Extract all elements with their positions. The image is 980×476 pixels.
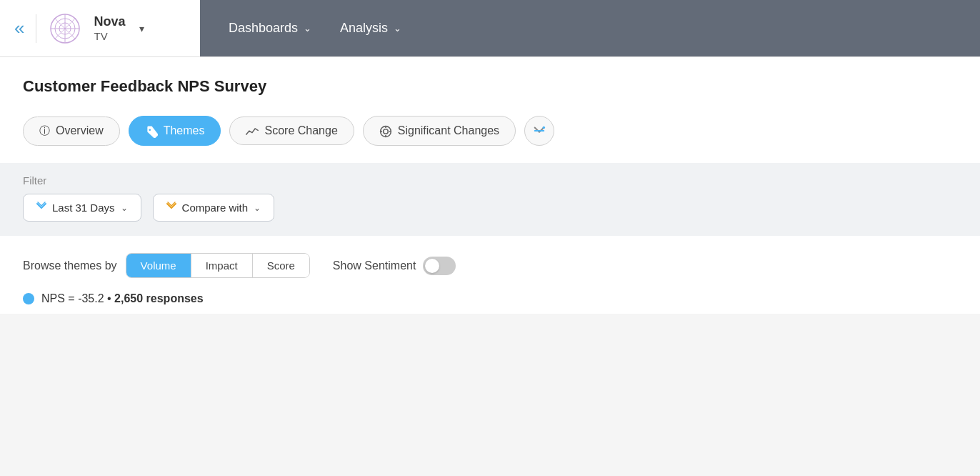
- last-31-days-label: Last 31 Days: [52, 202, 115, 214]
- filter-label: Filter: [23, 174, 957, 187]
- browse-tab-impact[interactable]: Impact: [191, 254, 253, 277]
- tab-overview-label: Overview: [56, 124, 104, 137]
- nps-responses: 2,650 responses: [114, 292, 204, 304]
- filter-blue-icon: [36, 201, 46, 214]
- brand-info: Nova TV: [94, 14, 125, 42]
- top-nav: « Nova TV ▾ Dashboards ⌄ Analysis: [0, 0, 980, 57]
- nps-prefix: NPS = -35.2 •: [41, 292, 114, 304]
- filter-row: Last 31 Days ⌄ Compare with ⌄: [23, 194, 957, 222]
- tab-overview[interactable]: ⓘ Overview: [23, 116, 120, 146]
- brand-logo: [48, 11, 82, 46]
- nav-analysis-label: Analysis: [340, 21, 388, 36]
- compare-with-label: Compare with: [182, 202, 249, 214]
- overview-icon: ⓘ: [39, 124, 50, 138]
- nps-text: NPS = -35.2 • 2,650 responses: [41, 292, 204, 305]
- nav-left: « Nova TV ▾: [0, 11, 200, 46]
- brand-sub: TV: [94, 30, 125, 42]
- filter-orange-icon: [166, 201, 176, 214]
- nav-analysis-chevron: ⌄: [394, 23, 401, 34]
- nav-analysis[interactable]: Analysis ⌄: [340, 21, 401, 36]
- nav-dashboards[interactable]: Dashboards ⌄: [229, 21, 311, 36]
- back-button[interactable]: «: [14, 17, 24, 39]
- compare-with-filter[interactable]: Compare with ⌄: [153, 194, 275, 222]
- nav-right: Dashboards ⌄ Analysis ⌄: [200, 0, 980, 56]
- svg-point-14: [543, 127, 546, 129]
- browse-label: Browse themes by: [23, 259, 117, 272]
- tabs-row: ⓘ Overview Themes Score Change: [23, 116, 957, 146]
- nav-divider: [36, 14, 36, 43]
- browse-section: Browse themes by Volume Impact Score Sho…: [23, 236, 957, 314]
- brand-name: Nova: [94, 14, 125, 30]
- nps-dot: [23, 293, 34, 304]
- significant-changes-icon: [379, 124, 392, 137]
- nav-dashboards-chevron: ⌄: [304, 23, 311, 34]
- tab-significant-changes[interactable]: Significant Changes: [363, 116, 516, 145]
- themes-icon: [145, 124, 158, 137]
- svg-point-9: [384, 129, 389, 134]
- page-title: Customer Feedback NPS Survey: [23, 77, 957, 96]
- tab-themes-label: Themes: [164, 124, 205, 137]
- main-content: Customer Feedback NPS Survey ⓘ Overview …: [0, 57, 980, 314]
- show-sentiment-label: Show Sentiment: [333, 259, 416, 272]
- last-31-days-filter[interactable]: Last 31 Days ⌄: [23, 194, 141, 222]
- nps-row: NPS = -35.2 • 2,650 responses: [23, 292, 957, 314]
- filter-section: Filter Last 31 Days ⌄: [0, 163, 980, 236]
- tab-score-change[interactable]: Score Change: [229, 116, 354, 145]
- compare-with-chevron: ⌄: [254, 203, 261, 213]
- show-sentiment-toggle[interactable]: [423, 257, 456, 275]
- browse-tabs: Volume Impact Score: [126, 253, 310, 278]
- tab-score-change-label: Score Change: [264, 124, 337, 137]
- browse-row: Browse themes by Volume Impact Score Sho…: [23, 253, 957, 278]
- score-change-icon: [246, 124, 259, 137]
- browse-tab-volume[interactable]: Volume: [126, 254, 191, 277]
- last-31-days-chevron: ⌄: [121, 203, 128, 213]
- nav-dashboards-label: Dashboards: [229, 21, 298, 36]
- tab-themes[interactable]: Themes: [129, 116, 221, 145]
- tab-significant-changes-label: Significant Changes: [398, 124, 499, 137]
- browse-tab-score[interactable]: Score: [253, 254, 309, 277]
- brand-dropdown-icon[interactable]: ▾: [139, 23, 144, 34]
- svg-point-7: [149, 129, 151, 131]
- tab-more-button[interactable]: [524, 116, 554, 146]
